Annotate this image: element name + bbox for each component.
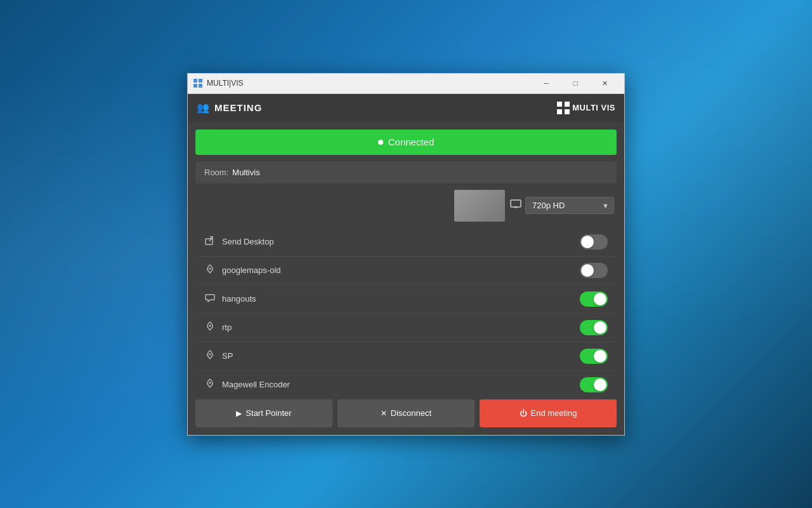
toggle-knob — [581, 236, 594, 248]
source-left: hangouts — [204, 293, 256, 305]
source-left: Send Desktop — [204, 236, 274, 248]
toggle-knob — [594, 350, 606, 363]
source-list: Send Desktop googlemaps-old — [195, 228, 617, 393]
connected-bar: Connected — [195, 130, 617, 155]
disconnect-button[interactable]: ✕ Disconnect — [337, 399, 475, 427]
footer-buttons: ▶ Start Pointer ✕ Disconnect ⏻ End meeti… — [195, 399, 617, 427]
start-pointer-button[interactable]: ▶ Start Pointer — [195, 399, 332, 427]
svg-rect-8 — [511, 200, 521, 207]
source-name: Magewell Encoder — [222, 380, 290, 389]
share-icon — [204, 236, 216, 248]
svg-point-16 — [209, 382, 211, 384]
rocket-icon — [204, 378, 216, 391]
app-header-title: MEETING — [214, 102, 262, 113]
svg-point-14 — [209, 325, 211, 327]
room-row: Room: Multivis — [195, 161, 617, 184]
pointer-icon: ▶ — [236, 409, 242, 418]
toggle-magewell[interactable] — [580, 377, 608, 392]
svg-rect-0 — [193, 79, 197, 83]
app-icon — [193, 78, 203, 88]
video-thumbnail — [454, 190, 505, 222]
app-body: Connected Room: Multivis 720p H — [188, 122, 624, 435]
start-pointer-label: Start Pointer — [246, 408, 291, 418]
close-button[interactable]: ✕ — [590, 73, 619, 93]
source-left: rtp — [204, 321, 232, 333]
titlebar: MULTI|VIS ─ □ ✕ — [188, 74, 624, 94]
connected-text: Connected — [388, 137, 435, 147]
source-item: Send Desktop — [195, 228, 617, 257]
toggle-rtp[interactable] — [580, 320, 608, 335]
source-left: Magewell Encoder — [204, 378, 290, 391]
toggle-googlemaps[interactable] — [580, 263, 608, 278]
titlebar-app-name: MULTI|VIS — [207, 79, 244, 88]
meeting-icon: 👥 — [197, 102, 209, 114]
video-row: 720p HD 1080p Full HD 480p SD ▼ — [195, 190, 617, 222]
svg-point-15 — [209, 354, 211, 356]
source-left: SP — [204, 350, 233, 362]
source-name: googlemaps-old — [222, 265, 281, 275]
svg-rect-3 — [199, 84, 202, 88]
app-window: MULTI|VIS ─ □ ✕ 👥 MEETING MULTI VIS — [187, 73, 625, 436]
disconnect-icon: ✕ — [381, 409, 387, 418]
svg-rect-7 — [565, 109, 570, 114]
toggle-knob — [581, 264, 594, 277]
video-select-wrapper: 720p HD 1080p Full HD 480p SD ▼ — [510, 197, 614, 214]
toggle-hangouts[interactable] — [580, 291, 608, 307]
svg-point-13 — [209, 268, 211, 270]
source-name: Send Desktop — [222, 237, 274, 246]
svg-rect-6 — [557, 109, 562, 114]
source-name: SP — [222, 351, 233, 361]
connected-dot — [378, 140, 383, 145]
source-name: rtp — [222, 323, 232, 332]
toggle-knob — [594, 293, 606, 305]
svg-rect-4 — [557, 102, 562, 107]
end-meeting-label: End meeting — [531, 408, 577, 418]
app-header-left: 👥 MEETING — [197, 102, 262, 114]
app-logo: MULTI VIS — [557, 102, 615, 114]
video-resolution-select[interactable]: 720p HD 1080p Full HD 480p SD — [525, 197, 614, 214]
maximize-button[interactable]: □ — [561, 73, 590, 93]
logo-icon — [557, 102, 570, 114]
rocket-icon — [204, 350, 216, 362]
logo-text: MULTI VIS — [572, 103, 615, 112]
source-left: googlemaps-old — [204, 264, 281, 276]
source-item: Magewell Encoder — [195, 371, 617, 393]
end-meeting-button[interactable]: ⏻ End meeting — [480, 399, 617, 427]
source-item: googlemaps-old — [195, 257, 617, 285]
video-resolution-wrapper: 720p HD 1080p Full HD 480p SD ▼ — [525, 197, 614, 214]
room-label: Room: — [204, 168, 228, 177]
rocket-icon — [204, 264, 216, 276]
room-value: Multivis — [232, 168, 259, 177]
source-name: hangouts — [222, 294, 256, 304]
disconnect-label: Disconnect — [391, 408, 431, 418]
titlebar-left: MULTI|VIS — [193, 78, 244, 88]
toggle-send-desktop[interactable] — [580, 234, 608, 250]
source-item: hangouts — [195, 285, 617, 314]
toggle-knob — [594, 378, 606, 391]
chat-icon — [204, 293, 216, 305]
source-item: SP — [195, 342, 617, 371]
toggle-knob — [594, 321, 606, 334]
svg-rect-2 — [193, 84, 197, 88]
svg-rect-1 — [199, 79, 202, 83]
monitor-icon — [510, 199, 521, 211]
rocket-icon — [204, 321, 216, 333]
titlebar-controls: ─ □ ✕ — [532, 73, 619, 93]
minimize-button[interactable]: ─ — [532, 73, 561, 93]
end-meeting-icon: ⏻ — [520, 409, 527, 418]
toggle-sp[interactable] — [580, 349, 608, 364]
svg-rect-5 — [565, 102, 570, 107]
source-item: rtp — [195, 314, 617, 342]
app-header: 👥 MEETING MULTI VIS — [188, 94, 624, 122]
svg-rect-11 — [206, 239, 213, 244]
